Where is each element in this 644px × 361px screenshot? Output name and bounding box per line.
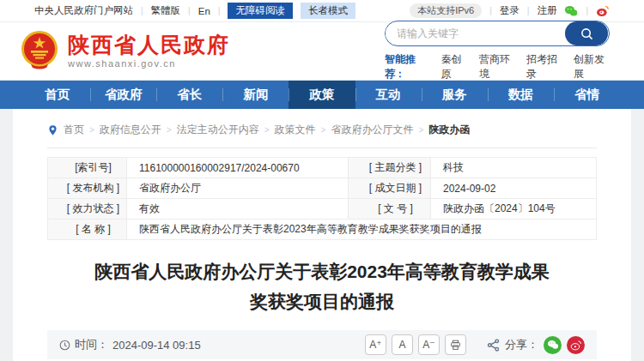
share-weibo-icon[interactable]	[567, 336, 585, 354]
share-nodes-icon	[487, 339, 500, 352]
font-smaller-button[interactable]: A⁻	[418, 334, 440, 355]
accessibility-button[interactable]: 无障碍阅读	[228, 3, 293, 19]
recommend-link-yingshanghuanjing[interactable]: 营商环境	[479, 52, 515, 81]
table-row: [ 效力状态 ] 有效 [ 文 号 ] 陕政办函〔2024〕104号	[48, 199, 597, 220]
divider: |	[141, 6, 143, 15]
nav-tab-interaction[interactable]: 互动	[355, 81, 422, 109]
breadcrumb-item-info-disclosure[interactable]: 政府信息公开	[100, 123, 161, 137]
search-icon	[580, 27, 593, 40]
top-utility-bar: 中央人民政府门户网站 | 繁體版 | En | 无障碍阅读 长者模式 本站支持I…	[0, 0, 644, 22]
printer-icon	[450, 340, 461, 351]
breadcrumb-separator: >	[264, 125, 270, 135]
meta-label-issuing-agency: [ 发布机构 ]	[48, 178, 127, 199]
share-wechat-icon[interactable]	[544, 336, 562, 354]
nav-tab-news[interactable]: 新闻	[222, 81, 289, 109]
search-input[interactable]	[386, 27, 565, 39]
site-header: 陕西省人民政府 www.shaanxi.gov.cn 智能推荐： 秦创原 营商环…	[0, 22, 644, 81]
meta-label-topic-category: [ 主题分类 ]	[349, 158, 431, 178]
logo-text: 陕西省人民政府 www.shaanxi.gov.cn	[68, 33, 230, 69]
recommend-link-chuangxinfazhan[interactable]: 创新发展	[574, 52, 610, 81]
meta-value-issuing-agency: 省政府办公厅	[127, 178, 349, 199]
breadcrumb-separator: >	[167, 125, 172, 135]
gov-portal-link[interactable]: 中央人民政府门户网站	[34, 4, 133, 17]
recommend-link-qinchuangyuan[interactable]: 秦创原	[441, 52, 469, 81]
elder-mode-button[interactable]: 长者模式	[301, 3, 355, 19]
article-tools: A⁺ A A⁻	[360, 334, 585, 355]
login-link[interactable]: 登录	[500, 4, 519, 17]
smart-recommend-label: 智能推荐：	[385, 52, 430, 81]
divider	[47, 147, 597, 148]
divider: |	[586, 6, 588, 15]
breadcrumb-item-statutory-content[interactable]: 法定主动公开内容	[177, 123, 259, 137]
site-name: 陕西省人民政府	[68, 33, 230, 57]
meta-value-issue-date: 2024-09-02	[431, 178, 597, 199]
site-url: www.shaanxi.gov.cn	[68, 58, 230, 69]
document-meta-table: [索引号] 116100000160002917/2024-00670 [ 主题…	[47, 157, 597, 240]
font-larger-button[interactable]: A⁺	[365, 334, 386, 355]
meta-label-document-name: [ 名 称 ]	[48, 220, 127, 240]
ipv6-badge: 本站支持IPv6	[410, 3, 482, 18]
national-emblem-icon	[19, 29, 60, 74]
nav-tab-provincial-government[interactable]: 省政府	[90, 81, 156, 109]
meta-label-validity-status: [ 效力状态 ]	[48, 199, 127, 220]
share-group: 分享：	[487, 336, 585, 354]
nav-tab-governor[interactable]: 省长	[156, 81, 222, 109]
divider: |	[188, 6, 191, 15]
print-button[interactable]	[445, 334, 466, 355]
recommend-link-zhaokaozhaolu[interactable]: 招考招录	[526, 52, 562, 81]
breadcrumb-item-policy-documents[interactable]: 政策文件	[275, 123, 316, 137]
meta-value-document-number: 陕政办函〔2024〕104号	[431, 199, 597, 220]
font-normal-button[interactable]: A	[392, 334, 413, 355]
traditional-chinese-link[interactable]: 繁體版	[151, 4, 181, 17]
clock-icon	[59, 340, 70, 351]
breadcrumb-item-office-documents[interactable]: 省政府办公厅文件	[331, 123, 413, 137]
wechat-icon[interactable]	[564, 5, 578, 17]
meta-label-issue-date: [ 成文日期 ]	[349, 178, 431, 199]
publish-time: 时间： 2024-09-14 09:15	[59, 337, 201, 352]
breadcrumb-separator: >	[418, 125, 423, 135]
breadcrumb: 首页 > 政府信息公开 > 法定主动公开内容 > 政策文件 > 省政府办公厅文件…	[47, 123, 597, 137]
nav-tab-province-info[interactable]: 省情	[554, 81, 620, 109]
page: 中央人民政府门户网站 | 繁體版 | En | 无障碍阅读 长者模式 本站支持I…	[0, 0, 644, 361]
location-pin-icon	[47, 124, 58, 136]
nav-tab-services[interactable]: 服务	[422, 81, 488, 109]
breadcrumb-separator: >	[321, 125, 326, 135]
register-link[interactable]: 注册	[537, 4, 556, 17]
divider: |	[527, 6, 530, 15]
divider: |	[218, 6, 221, 15]
time-label: 时间：	[75, 337, 108, 352]
table-row: [ 发布机构 ] 省政府办公厅 [ 成文日期 ] 2024-09-02	[48, 178, 597, 199]
search-box	[385, 21, 610, 46]
search-area: 智能推荐： 秦创原 营商环境 招考招录 创新发展	[385, 21, 610, 81]
meta-label-document-number: [ 文 号 ]	[349, 199, 431, 220]
search-button[interactable]	[565, 21, 608, 45]
table-row: [索引号] 116100000160002917/2024-00670 [ 主题…	[48, 158, 597, 178]
meta-label-index-number: [索引号]	[48, 158, 127, 178]
weibo-icon[interactable]	[596, 5, 610, 17]
nav-tab-home[interactable]: 首页	[24, 81, 90, 109]
document-card: 首页 > 政府信息公开 > 法定主动公开内容 > 政策文件 > 省政府办公厅文件…	[13, 109, 631, 361]
meta-value-validity-status: 有效	[127, 199, 349, 220]
nav-tab-data[interactable]: 数据	[488, 81, 554, 109]
topbar-right: 本站支持IPv6 | 登录 | 注册 |	[410, 3, 610, 18]
page-title: 陕西省人民政府办公厅关于表彰2023年高等教育教学成果奖获奖项目的通报	[94, 257, 550, 316]
meta-value-document-name: 陕西省人民政府办公厅关于表彰2023年高等教育教学成果奖获奖项目的通报	[127, 220, 597, 240]
content-area: 首页 > 政府信息公开 > 法定主动公开内容 > 政策文件 > 省政府办公厅文件…	[0, 109, 644, 361]
article-meta-bar: 时间： 2024-09-14 09:15 A⁺ A A⁻	[47, 330, 597, 359]
breadcrumb-item-current: 陕政办函	[428, 123, 470, 137]
primary-nav: 首页 省政府 省长 新闻 政策 互动 服务 数据 省情	[0, 81, 644, 109]
divider: |	[489, 6, 492, 15]
meta-value-index-number: 116100000160002917/2024-00670	[127, 158, 349, 178]
share-label: 分享：	[505, 337, 538, 352]
smart-recommend-row: 智能推荐： 秦创原 营商环境 招考招录 创新发展	[385, 52, 610, 81]
time-value: 2024-09-14 09:15	[112, 339, 201, 352]
nav-tab-policy[interactable]: 政策	[289, 81, 355, 109]
site-logo[interactable]: 陕西省人民政府 www.shaanxi.gov.cn	[19, 29, 230, 74]
english-link[interactable]: En	[198, 6, 210, 16]
breadcrumb-item-home[interactable]: 首页	[64, 123, 84, 137]
breadcrumb-separator: >	[89, 125, 94, 135]
meta-value-topic-category: 科技	[431, 158, 597, 178]
table-row: [ 名 称 ] 陕西省人民政府办公厅关于表彰2023年高等教育教学成果奖获奖项目…	[48, 220, 597, 240]
topbar-left: 中央人民政府门户网站 | 繁體版 | En | 无障碍阅读 长者模式	[34, 3, 355, 19]
